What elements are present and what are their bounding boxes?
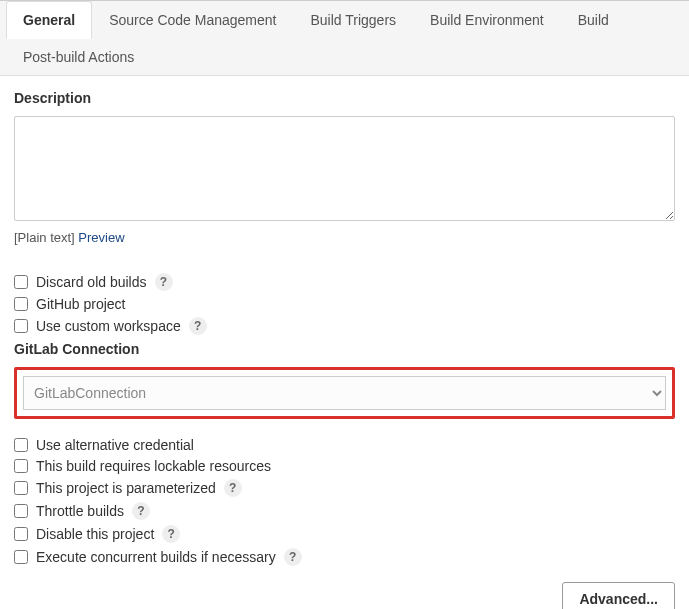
help-icon[interactable]: ? <box>224 479 242 497</box>
concurrent-builds-label[interactable]: Execute concurrent builds if necessary <box>36 549 276 565</box>
content-area: Description [Plain text] Preview Discard… <box>0 76 689 609</box>
use-alternative-credential-label[interactable]: Use alternative credential <box>36 437 194 453</box>
lockable-resources-checkbox[interactable] <box>14 459 28 473</box>
tabs-bar: General Source Code Management Build Tri… <box>0 1 689 76</box>
tab-build-environment[interactable]: Build Environment <box>413 1 561 39</box>
discard-old-builds-checkbox[interactable] <box>14 275 28 289</box>
description-textarea[interactable] <box>14 116 675 221</box>
parameterized-checkbox[interactable] <box>14 481 28 495</box>
concurrent-builds-checkbox[interactable] <box>14 550 28 564</box>
use-custom-workspace-label[interactable]: Use custom workspace <box>36 318 181 334</box>
throttle-builds-checkbox[interactable] <box>14 504 28 518</box>
help-icon[interactable]: ? <box>284 548 302 566</box>
gitlab-connection-label: GitLab Connection <box>14 341 675 357</box>
description-hint: [Plain text] Preview <box>14 230 675 245</box>
disable-project-checkbox[interactable] <box>14 527 28 541</box>
description-label: Description <box>14 90 675 106</box>
tab-build[interactable]: Build <box>561 1 626 39</box>
lockable-resources-label[interactable]: This build requires lockable resources <box>36 458 271 474</box>
throttle-builds-label[interactable]: Throttle builds <box>36 503 124 519</box>
help-icon[interactable]: ? <box>132 502 150 520</box>
use-custom-workspace-checkbox[interactable] <box>14 319 28 333</box>
use-alternative-credential-checkbox[interactable] <box>14 438 28 452</box>
parameterized-label[interactable]: This project is parameterized <box>36 480 216 496</box>
tab-build-triggers[interactable]: Build Triggers <box>293 1 413 39</box>
preview-link[interactable]: Preview <box>78 230 124 245</box>
github-project-label[interactable]: GitHub project <box>36 296 125 312</box>
help-icon[interactable]: ? <box>189 317 207 335</box>
disable-project-label[interactable]: Disable this project <box>36 526 154 542</box>
help-icon[interactable]: ? <box>155 273 173 291</box>
tab-post-build-actions[interactable]: Post-build Actions <box>6 38 151 76</box>
discard-old-builds-label[interactable]: Discard old builds <box>36 274 147 290</box>
help-icon[interactable]: ? <box>162 525 180 543</box>
gitlab-connection-select[interactable]: GitLabConnection <box>23 376 666 410</box>
plain-text-label: [Plain text] <box>14 230 75 245</box>
tab-scm[interactable]: Source Code Management <box>92 1 293 39</box>
tab-general[interactable]: General <box>6 1 92 39</box>
gitlab-connection-highlight: GitLabConnection <box>14 367 675 419</box>
advanced-button[interactable]: Advanced... <box>562 582 675 609</box>
github-project-checkbox[interactable] <box>14 297 28 311</box>
